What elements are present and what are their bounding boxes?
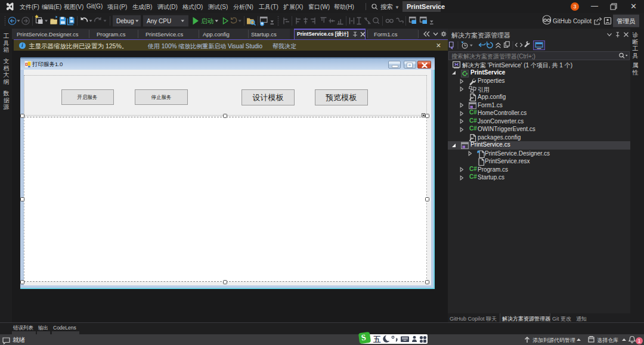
svg-text:Any CPU: Any CPU [147, 18, 171, 24]
svg-text:启动: 启动 [201, 17, 213, 24]
svg-text:GitHub Copilot: GitHub Copilot [553, 18, 592, 24]
svg-text:添加到源代码管理: 添加到源代码管理 [532, 337, 575, 343]
svg-text:Debug: Debug [116, 18, 134, 24]
svg-text:选择仓库: 选择仓库 [597, 337, 618, 343]
svg-text:管理员: 管理员 [617, 17, 636, 24]
